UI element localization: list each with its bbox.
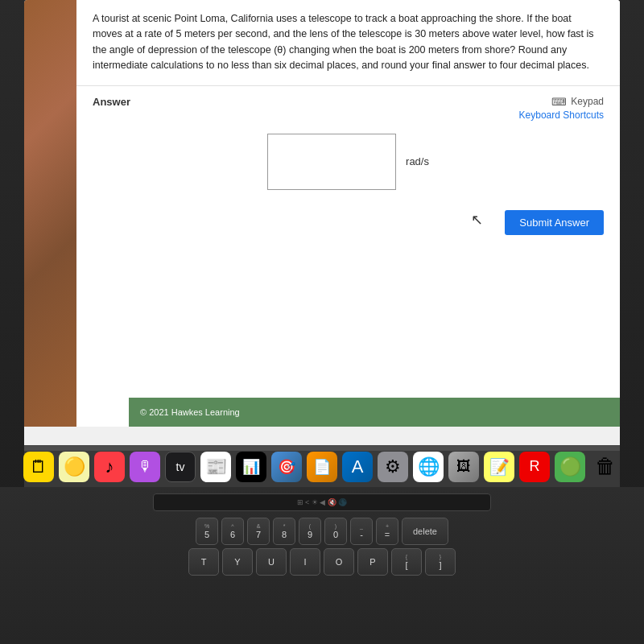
key-percent-5[interactable]: %5	[196, 518, 218, 545]
question-section: A tourist at scenic Point Loma, Californ…	[76, 0, 620, 86]
answer-section: Answer ⌨ Keypad Keyboard Shortcuts rad/s	[76, 86, 620, 279]
dock-appletv-icon[interactable]: tv	[165, 452, 196, 482]
keyboard-area: ⊞ < ☀ ◀ 🔇 🌑 %5 ^6 &7 *8 (9 )0 _- += dele…	[0, 487, 644, 644]
dock-podcasts-icon[interactable]: 🎙	[130, 452, 160, 482]
key-rbracket[interactable]: }]	[425, 548, 456, 576]
keypad-label: Keypad	[571, 96, 604, 107]
key-O[interactable]: O	[324, 548, 354, 576]
answer-header: Answer ⌨ Keypad Keyboard Shortcuts	[93, 96, 604, 121]
key-plus[interactable]: +=	[376, 518, 398, 545]
dock-preview-icon[interactable]: 🖼	[448, 452, 479, 482]
dock-notes-icon[interactable]: 🗒	[23, 452, 54, 482]
dock-area: 🗒 🟡 ♪ 🎙 tv 📰 📊 🎯 📄 A ⚙ 🌐 🖼 📝 R 🟢 🗑	[24, 445, 620, 487]
touch-bar[interactable]: ⊞ < ☀ ◀ 🔇 🌑	[153, 493, 491, 511]
key-rparen-0[interactable]: )0	[324, 518, 347, 545]
question-text: A tourist at scenic Point Loma, Californ…	[93, 11, 604, 74]
key-caret-6[interactable]: ^6	[221, 518, 244, 545]
dock-music-icon[interactable]: ♪	[94, 452, 125, 482]
answer-label: Answer	[93, 96, 130, 108]
touch-bar-content: ⊞ < ☀ ◀ 🔇 🌑	[297, 498, 348, 506]
cursor-arrow: ↖	[471, 211, 483, 229]
dock-keynote-icon[interactable]: 🎯	[271, 452, 302, 482]
keypad-icon: ⌨	[551, 96, 567, 108]
dock-settings-icon[interactable]: ⚙	[378, 452, 408, 482]
keyboard-shortcuts-link[interactable]: Keyboard Shortcuts	[519, 109, 604, 121]
key-amp-7[interactable]: &7	[247, 518, 270, 545]
key-Y[interactable]: Y	[222, 548, 253, 576]
key-U[interactable]: U	[256, 548, 287, 576]
dock-roblox-icon[interactable]: R	[519, 452, 550, 482]
dock-stickies-icon[interactable]: 🟡	[59, 452, 89, 482]
keypad-button[interactable]: ⌨ Keypad	[551, 96, 604, 108]
answer-input[interactable]	[267, 134, 396, 190]
key-star-8[interactable]: *8	[273, 518, 295, 545]
key-T[interactable]: T	[188, 548, 219, 576]
footer-bar: © 2021 Hawkes Learning	[129, 398, 620, 427]
key-I[interactable]: I	[290, 548, 320, 576]
dock-green-icon[interactable]: 🟢	[555, 452, 585, 482]
dock-stickies2-icon[interactable]: 📝	[484, 452, 514, 482]
content-area: A tourist at scenic Point Loma, Californ…	[76, 0, 620, 427]
dock-chrome-icon[interactable]: 🌐	[413, 452, 444, 482]
input-wrapper: rad/s	[93, 134, 604, 190]
dock-appstore-icon[interactable]: A	[342, 452, 373, 482]
submit-button[interactable]: Submit Answer	[505, 210, 604, 235]
unit-label: rad/s	[406, 155, 429, 167]
laptop-shell: A tourist at scenic Point Loma, Californ…	[0, 0, 644, 644]
keypad-area: ⌨ Keypad Keyboard Shortcuts	[519, 96, 604, 121]
submit-area: Submit Answer	[505, 210, 604, 235]
footer-copyright: © 2021 Hawkes Learning	[140, 407, 240, 417]
left-panel-decoration	[24, 0, 76, 427]
key-lparen-9[interactable]: (9	[299, 518, 321, 545]
key-minus[interactable]: _-	[350, 518, 373, 545]
dock-trash-icon[interactable]: 🗑	[590, 452, 621, 482]
keyboard-tyuiop-row: T Y U I O P {[ }]	[188, 548, 456, 576]
dock-pages-icon[interactable]: 📄	[307, 452, 337, 482]
key-lbracket[interactable]: {[	[391, 548, 422, 576]
screen-area: A tourist at scenic Point Loma, Californ…	[24, 0, 620, 451]
dock-news-icon[interactable]: 📰	[200, 452, 231, 482]
dock-stocks-icon[interactable]: 📊	[236, 452, 266, 482]
keyboard-number-row: %5 ^6 &7 *8 (9 )0 _- += delete	[196, 518, 448, 545]
key-delete[interactable]: delete	[402, 518, 448, 545]
key-P[interactable]: P	[357, 548, 388, 576]
